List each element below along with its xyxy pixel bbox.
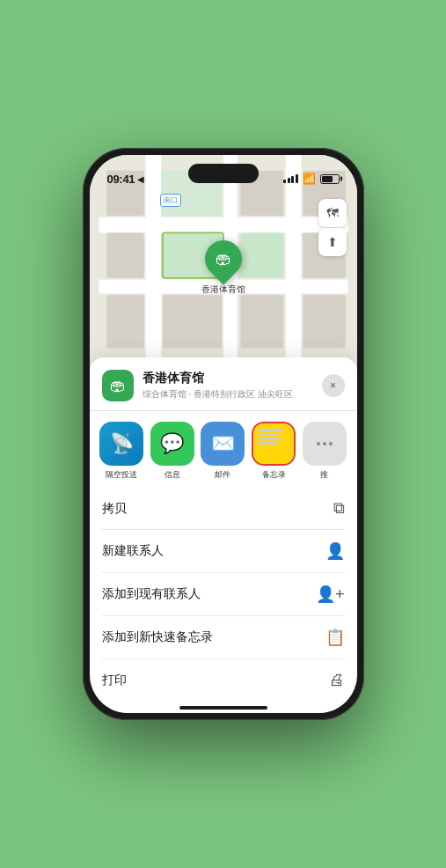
messages-icon: 💬 bbox=[150, 422, 194, 466]
close-button[interactable]: × bbox=[322, 374, 345, 397]
signal-bar-4 bbox=[296, 174, 298, 183]
wifi-icon: 📶 bbox=[303, 173, 316, 185]
messages-label: 信息 bbox=[165, 469, 180, 481]
status-icons: 📶 bbox=[283, 173, 340, 185]
print-label: 打印 bbox=[102, 673, 127, 688]
signal-bar-1 bbox=[283, 180, 286, 183]
new-contact-label: 新建联系人 bbox=[102, 543, 164, 559]
action-copy[interactable]: 拷贝 ⧉ bbox=[102, 488, 345, 530]
battery-icon bbox=[320, 174, 340, 184]
venue-pin-icon: 🏟 bbox=[216, 249, 231, 268]
svg-rect-9 bbox=[106, 232, 143, 277]
notes-label: 备忘录 bbox=[262, 469, 286, 481]
share-messages[interactable]: 💬 信息 bbox=[149, 422, 196, 481]
quick-note-label: 添加到新快速备忘录 bbox=[102, 629, 213, 645]
dot-1 bbox=[317, 442, 320, 445]
copy-icon: ⧉ bbox=[333, 499, 345, 518]
airdrop-label: 隔空投送 bbox=[106, 469, 137, 481]
copy-label: 拷贝 bbox=[102, 501, 127, 517]
action-print[interactable]: 打印 🖨 bbox=[102, 659, 345, 701]
dynamic-island bbox=[188, 164, 259, 183]
note-line-4 bbox=[258, 442, 277, 445]
person-add-icon: 👤+ bbox=[316, 585, 345, 604]
sheet-header: 🏟 香港体育馆 综合体育馆 · 香港特别行政区 油尖旺区 × bbox=[90, 357, 357, 411]
note-icon: 📋 bbox=[325, 628, 345, 647]
svg-rect-17 bbox=[303, 295, 346, 348]
share-mail[interactable]: ✉️ 邮件 bbox=[200, 422, 247, 481]
notes-icon bbox=[252, 422, 296, 466]
signal-bars bbox=[283, 174, 298, 183]
add-existing-label: 添加到现有联系人 bbox=[102, 586, 201, 602]
dots-container bbox=[317, 442, 333, 445]
share-airdrop[interactable]: 📡 隔空投送 bbox=[99, 422, 146, 481]
map-pin-circle: 🏟 bbox=[197, 232, 249, 284]
signal-bar-2 bbox=[288, 178, 290, 183]
status-time: 09:41 bbox=[107, 173, 135, 186]
map-pin[interactable]: 🏟 香港体育馆 bbox=[201, 240, 245, 296]
location-icon: ◀ bbox=[137, 174, 144, 184]
share-row: 📡 隔空投送 💬 信息 ✉️ 邮件 bbox=[90, 411, 357, 488]
mail-label: 邮件 bbox=[215, 469, 230, 481]
home-bar bbox=[179, 706, 267, 710]
venue-subtitle: 综合体育馆 · 香港特别行政区 油尖旺区 bbox=[143, 388, 322, 401]
location-button[interactable]: ⬆ bbox=[318, 228, 347, 256]
home-indicator bbox=[90, 701, 357, 713]
share-notes[interactable]: 备忘录 bbox=[250, 422, 297, 481]
phone-screen: 09:41 ◀ 📶 bbox=[90, 155, 357, 713]
battery-fill bbox=[322, 176, 333, 182]
action-new-contact[interactable]: 新建联系人 👤 bbox=[102, 530, 345, 573]
svg-rect-14 bbox=[240, 295, 283, 348]
mail-symbol: ✉️ bbox=[211, 432, 235, 455]
bottom-sheet: 🏟 香港体育馆 综合体育馆 · 香港特别行政区 油尖旺区 × 📡 隔空投送 bbox=[90, 357, 357, 713]
map-controls: 🗺 ⬆ bbox=[318, 199, 347, 256]
venue-icon: 🏟 bbox=[102, 370, 134, 401]
airdrop-symbol: 📡 bbox=[110, 432, 134, 455]
action-add-quick-note[interactable]: 添加到新快速备忘录 📋 bbox=[102, 616, 345, 659]
share-more[interactable]: 推 bbox=[301, 422, 348, 481]
note-line-3 bbox=[258, 438, 281, 440]
phone-frame: 09:41 ◀ 📶 bbox=[83, 148, 364, 720]
print-icon: 🖨 bbox=[329, 671, 345, 689]
more-label: 推 bbox=[320, 469, 328, 481]
action-list: 拷贝 ⧉ 新建联系人 👤 添加到现有联系人 👤+ 添加到新快速备忘录 📋 bbox=[90, 488, 357, 701]
notes-inner bbox=[253, 423, 294, 464]
svg-rect-13 bbox=[240, 232, 283, 277]
note-line-1 bbox=[258, 429, 283, 431]
mail-icon: ✉️ bbox=[201, 422, 245, 466]
dot-3 bbox=[329, 442, 333, 445]
person-icon: 👤 bbox=[325, 541, 345, 561]
svg-rect-10 bbox=[106, 295, 143, 348]
airdrop-icon: 📡 bbox=[99, 422, 143, 466]
messages-symbol: 💬 bbox=[160, 432, 184, 455]
svg-rect-11 bbox=[163, 295, 222, 348]
location-icon: ⬆ bbox=[327, 235, 338, 249]
note-line-2 bbox=[258, 433, 280, 436]
signal-bar-3 bbox=[291, 176, 294, 183]
venue-info: 香港体育馆 综合体育馆 · 香港特别行政区 油尖旺区 bbox=[143, 371, 322, 401]
venue-name: 香港体育馆 bbox=[143, 371, 322, 386]
more-dots bbox=[303, 422, 347, 466]
dot-2 bbox=[323, 442, 326, 445]
map-type-button[interactable]: 🗺 bbox=[318, 199, 347, 227]
venue-emoji: 🏟 bbox=[110, 377, 126, 395]
map-label: 南口 bbox=[160, 194, 181, 207]
action-add-existing-contact[interactable]: 添加到现有联系人 👤+ bbox=[102, 573, 345, 616]
map-icon: 🗺 bbox=[326, 206, 339, 220]
